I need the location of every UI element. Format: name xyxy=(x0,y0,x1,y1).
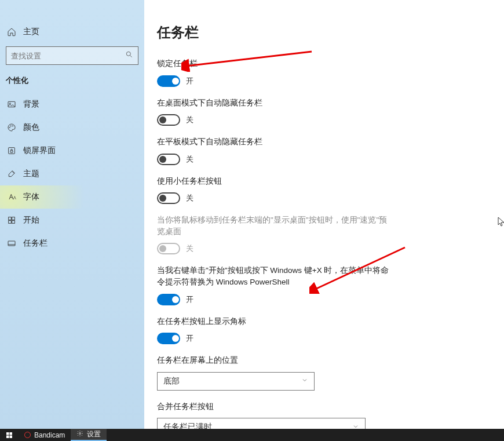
taskbar-item-label: Bandicam xyxy=(34,431,65,439)
section-title: 个性化 xyxy=(0,73,144,93)
svg-point-4 xyxy=(9,127,10,127)
toggle-state-text: 关 xyxy=(186,243,193,254)
taskbar-icon xyxy=(7,239,16,248)
record-icon xyxy=(24,432,31,438)
svg-rect-20 xyxy=(10,432,13,435)
toggle-state-text: 开 xyxy=(186,294,193,305)
toggle-state-text: 开 xyxy=(186,76,193,86)
page-title: 任务栏 xyxy=(157,23,504,42)
sidebar-item-background[interactable]: 背景 xyxy=(0,93,144,116)
sidebar-item-label: 任务栏 xyxy=(23,238,48,249)
picture-icon xyxy=(7,100,16,109)
search-box[interactable] xyxy=(6,46,138,65)
sidebar-item-taskbar[interactable]: 任务栏 xyxy=(0,232,144,255)
toggle-autohide-tablet[interactable] xyxy=(157,154,180,165)
sidebar-item-colors[interactable]: 颜色 xyxy=(0,116,144,139)
sidebar-item-themes[interactable]: 主题 xyxy=(0,162,144,185)
sidebar-item-label: 字体 xyxy=(23,192,39,202)
dropdown-value: 任务栏已满时 xyxy=(163,422,212,429)
sidebar-item-label: 主题 xyxy=(23,169,39,179)
svg-rect-13 xyxy=(8,241,15,246)
setting-label-combine: 合并任务栏按钮 xyxy=(157,401,395,413)
setting-label-badges: 在任务栏按钮上显示角标 xyxy=(157,316,395,327)
toggle-autohide-desktop[interactable] xyxy=(157,114,180,126)
setting-label-lock: 锁定任务栏 xyxy=(157,58,395,70)
svg-point-0 xyxy=(126,52,130,56)
sidebar-item-fonts[interactable]: 字体 xyxy=(0,185,144,209)
setting-label-position: 任务栏在屏幕上的位置 xyxy=(157,355,395,366)
svg-rect-11 xyxy=(9,221,12,224)
toggle-powershell[interactable] xyxy=(157,294,180,305)
home-link[interactable]: 主页 xyxy=(0,22,144,42)
svg-rect-19 xyxy=(6,432,9,435)
toggle-state-text: 关 xyxy=(186,193,193,203)
svg-rect-22 xyxy=(10,435,13,438)
dropdown-value: 底部 xyxy=(163,376,180,387)
home-label: 主页 xyxy=(23,27,39,37)
setting-label-peek: 当你将鼠标移动到任务栏末端的"显示桌面"按钮时，使用"速览"预览桌面 xyxy=(157,214,395,237)
content-area: 任务栏 锁定任务栏 开 在桌面模式下自动隐藏任务栏 关 在平板模式下自动隐藏任务… xyxy=(144,0,504,429)
taskbar-item-settings[interactable]: 设置 xyxy=(71,429,107,441)
setting-label-small-buttons: 使用小任务栏按钮 xyxy=(157,176,395,187)
svg-point-23 xyxy=(79,433,81,435)
system-taskbar: Bandicam 设置 xyxy=(0,429,504,441)
sidebar: 主页 个性化 背景 颜色 锁屏界面 主题 字体 开始 任务栏 xyxy=(0,0,144,429)
svg-rect-10 xyxy=(12,217,15,220)
svg-point-6 xyxy=(12,126,13,126)
toggle-state-text: 关 xyxy=(186,154,193,165)
setting-label-autohide-desktop: 在桌面模式下自动隐藏任务栏 xyxy=(157,97,395,109)
start-icon xyxy=(7,216,16,225)
toggle-peek xyxy=(157,243,180,254)
svg-line-1 xyxy=(130,56,132,57)
svg-rect-21 xyxy=(6,435,9,438)
taskbar-item-label: 设置 xyxy=(87,429,101,439)
toggle-badges[interactable] xyxy=(157,333,180,344)
sidebar-item-start[interactable]: 开始 xyxy=(0,209,144,232)
sidebar-item-label: 锁屏界面 xyxy=(23,145,56,156)
dropdown-position[interactable]: 底部 xyxy=(157,372,315,391)
toggle-state-text: 开 xyxy=(186,333,193,344)
setting-label-autohide-tablet: 在平板模式下自动隐藏任务栏 xyxy=(157,136,395,148)
toggle-lock-taskbar[interactable] xyxy=(157,75,180,87)
search-input[interactable] xyxy=(11,52,125,60)
brush-icon xyxy=(7,169,16,178)
chevron-down-icon xyxy=(301,377,308,385)
setting-label-powershell: 当我右键单击"开始"按钮或按下 Windows 键+X 时，在菜单中将命令提示符… xyxy=(157,265,395,287)
svg-point-5 xyxy=(10,126,11,126)
search-icon xyxy=(125,50,133,61)
lockscreen-icon xyxy=(7,146,16,155)
sidebar-item-label: 开始 xyxy=(23,215,39,225)
dropdown-combine[interactable]: 任务栏已满时 xyxy=(157,418,366,429)
chevron-down-icon xyxy=(352,423,359,429)
toggle-state-text: 关 xyxy=(186,115,193,125)
home-icon xyxy=(7,27,16,37)
sidebar-item-label: 背景 xyxy=(23,99,39,110)
gear-icon xyxy=(76,430,83,439)
svg-rect-9 xyxy=(9,217,12,220)
svg-rect-12 xyxy=(12,221,15,224)
toggle-small-buttons[interactable] xyxy=(157,192,180,204)
font-icon xyxy=(7,192,16,202)
taskbar-item-bandicam[interactable]: Bandicam xyxy=(19,429,71,441)
sidebar-item-label: 颜色 xyxy=(23,122,39,133)
sidebar-item-lockscreen[interactable]: 锁屏界面 xyxy=(0,139,144,162)
start-button[interactable] xyxy=(0,429,19,441)
palette-icon xyxy=(7,123,16,132)
svg-rect-8 xyxy=(10,151,13,152)
